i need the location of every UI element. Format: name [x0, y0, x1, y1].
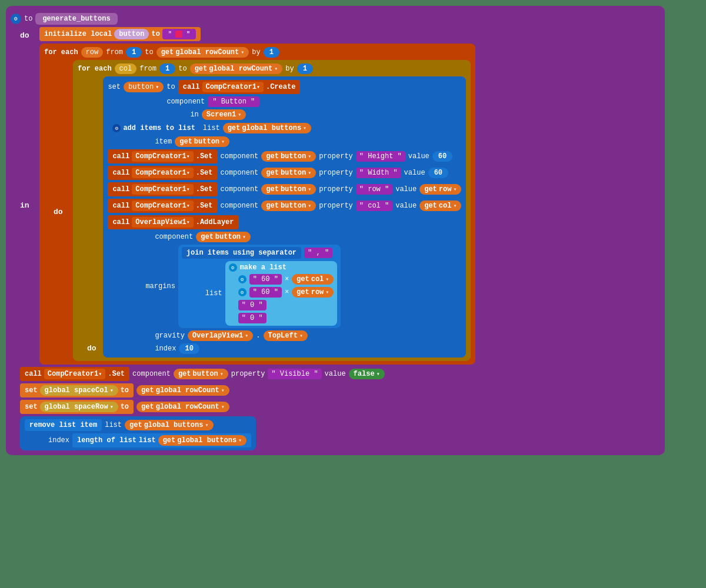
- get-col-margins[interactable]: get col ▾: [292, 274, 334, 285]
- for-each-row-block: for each row from 1 to get global rowCou…: [39, 44, 475, 365]
- compcreator-width[interactable]: CompCreator1 ▾: [132, 168, 193, 178]
- call-overlap-block[interactable]: call OverlapView1 ▾ .AddLayer: [108, 215, 238, 229]
- get-global-buttons-1[interactable]: get global buttons ▾: [223, 123, 311, 133]
- from-val-1[interactable]: 1: [126, 47, 142, 58]
- get-button-item[interactable]: get button ▾: [175, 136, 229, 147]
- function-name[interactable]: generate_buttons: [35, 13, 117, 25]
- get-row-val[interactable]: get row ▾: [419, 184, 461, 195]
- remove-item-row: remove list item list get global buttons…: [20, 416, 660, 450]
- remove-label[interactable]: remove list item: [25, 419, 102, 431]
- get-button-row[interactable]: get button ▾: [261, 184, 316, 195]
- comp-creator1-badge[interactable]: CompCreator1 ▾: [202, 82, 264, 92]
- get-button-col[interactable]: get button ▾: [261, 201, 316, 211]
- make-list-item-4: " 0 ": [238, 313, 334, 323]
- get-button-visible[interactable]: get button ▾: [174, 369, 228, 379]
- spacecol-var[interactable]: global spaceCol ▾: [40, 385, 118, 396]
- item-row: item get button ▾: [155, 136, 461, 147]
- index-row: index 10: [155, 343, 461, 354]
- in-label: in: [20, 198, 36, 210]
- call-visible-block[interactable]: call CompCreator1 ▾ .Set: [20, 367, 129, 381]
- get-row-margins[interactable]: get row ▾: [292, 287, 334, 298]
- col-prop-str: " col ": [356, 201, 392, 211]
- make-list-item-3: " 0 ": [238, 300, 334, 310]
- gear-add-icon: ⚙: [112, 124, 121, 132]
- by-val-1[interactable]: 1: [264, 47, 279, 58]
- gravity-row: gravity OverlapView1 ▾ . TopLeft: [155, 330, 461, 341]
- remove-header: remove list item list get global buttons…: [25, 419, 251, 431]
- margins-row: margins join items using separator " , ": [145, 245, 461, 328]
- initialize-block[interactable]: initialize local button to " ": [39, 27, 201, 41]
- from-val-2[interactable]: 1: [159, 64, 175, 74]
- overlap-component-row: component get button ▾: [155, 232, 461, 242]
- do-row: do initialize local button to " ": [20, 27, 660, 41]
- for2-do-content: do set button ▾: [87, 76, 466, 358]
- pink-square-icon: [175, 31, 182, 38]
- get-button-height[interactable]: get button ▾: [261, 151, 316, 162]
- overlapview-badge[interactable]: OverlapView1 ▾: [132, 217, 193, 228]
- button-var-get[interactable]: button ▾: [124, 82, 164, 92]
- sep-val-str: " , ": [304, 248, 332, 258]
- get-global-buttons-remove[interactable]: get global buttons ▾: [125, 420, 213, 430]
- val0a-str: " 0 ": [238, 300, 267, 310]
- for-each-col-header: for each col from 1 to get global rowCou…: [78, 64, 466, 74]
- get-col-val[interactable]: get col ▾: [419, 201, 461, 211]
- button-str: " Button ": [208, 96, 259, 107]
- width-prop-str: " Width ": [356, 168, 401, 178]
- val60b-str: " 60 ": [249, 287, 282, 298]
- join-items-header: join items using separator " , ": [182, 247, 337, 259]
- inner-blue-block: set button ▾ to call C: [103, 76, 466, 358]
- add-items-block[interactable]: ⚙ add items to list: [108, 122, 199, 134]
- spacerow-var[interactable]: global spaceRow ▾: [40, 402, 118, 412]
- set-spacecol-row: set global spaceCol ▾ to get global rowC…: [20, 383, 660, 397]
- call-row-set-row: call CompCreator1 ▾ .Set component: [108, 182, 461, 196]
- width-num[interactable]: 60: [428, 168, 448, 178]
- gear-item1-icon: ⚙: [238, 275, 247, 283]
- make-list-item-2: ⚙ " 60 " × get: [238, 287, 334, 298]
- call-col-block[interactable]: call CompCreator1 ▾ .Set: [108, 199, 217, 213]
- in-screen-row: in Screen1 ▾: [190, 109, 461, 120]
- call-row-block[interactable]: call CompCreator1 ▾ .Set: [108, 182, 217, 196]
- index-num[interactable]: 10: [179, 343, 199, 354]
- length-of-list-block[interactable]: length of list list get global buttons ▾: [72, 433, 251, 447]
- call-width-block[interactable]: call CompCreator1 ▾ .Set: [108, 166, 217, 180]
- make-list-item-1: ⚙ " 60 " × get: [238, 274, 334, 285]
- set-button-row: set button ▾ to call C: [108, 80, 461, 94]
- make-a-list-block: ⚙ make a list ⚙: [225, 261, 338, 326]
- call-visible-row: call CompCreator1 ▾ .Set component get b…: [20, 367, 660, 381]
- call-compcreator-create[interactable]: call CompCreator1 ▾ .Create: [178, 80, 301, 94]
- row-var-badge[interactable]: row: [81, 47, 104, 58]
- overlapview1-gravity[interactable]: OverlapView1 ▾: [188, 330, 253, 341]
- compcreator-col[interactable]: CompCreator1 ▾: [132, 201, 193, 211]
- screen1-get[interactable]: Screen1 ▾: [202, 109, 246, 120]
- false-bool[interactable]: false ▾: [349, 369, 385, 379]
- overlap-section: call OverlapView1 ▾ .AddLayer: [108, 215, 461, 354]
- compcreator-visible[interactable]: CompCreator1 ▾: [44, 369, 105, 379]
- call-width-row: call CompCreator1 ▾ .Set component: [108, 166, 461, 180]
- set-spacecol-block[interactable]: set global spaceCol ▾ to: [20, 383, 134, 397]
- call-height-block[interactable]: call CompCreator1 ▾ .Set: [108, 149, 217, 163]
- button-var-init[interactable]: button: [114, 29, 149, 39]
- height-num[interactable]: 60: [432, 151, 452, 162]
- join-items-label[interactable]: join items using separator: [182, 247, 301, 259]
- compcreator-row[interactable]: CompCreator1 ▾: [132, 184, 193, 195]
- set-spacerow-block[interactable]: set global spaceRow ▾ to: [20, 400, 134, 414]
- get-rowcount-2[interactable]: get global rowCount ▾: [190, 64, 283, 74]
- to-label: to: [24, 15, 32, 23]
- function-header: ⚙ to generate_buttons: [11, 13, 660, 25]
- component-row: component " Button ": [166, 96, 461, 107]
- call-overlap-row: call OverlapView1 ▾ .AddLayer: [108, 215, 461, 229]
- for-each-col-block: for each col from 1 to get global rowCou…: [73, 60, 471, 361]
- make-list-header: ⚙ make a list: [229, 263, 334, 272]
- function-block: ⚙ to generate_buttons do initialize loca…: [6, 6, 665, 455]
- by-val-2[interactable]: 1: [297, 64, 313, 74]
- get-rowcount-1[interactable]: get global rowCount ▾: [156, 47, 249, 58]
- get-rowcount-spacecol[interactable]: get global rowCount ▾: [136, 385, 229, 396]
- row-prop-str: " row ": [356, 184, 392, 195]
- overlap-get-button[interactable]: get button ▾: [196, 232, 251, 242]
- get-button-width[interactable]: get button ▾: [261, 168, 316, 178]
- topleft-gravity[interactable]: TopLeft ▾: [264, 330, 308, 341]
- get-global-buttons-length[interactable]: get global buttons ▾: [158, 435, 247, 446]
- col-var-badge[interactable]: col: [115, 64, 137, 74]
- get-rowcount-spacerow[interactable]: get global rowCount ▾: [136, 402, 229, 412]
- compcreator-height[interactable]: CompCreator1 ▾: [132, 151, 193, 162]
